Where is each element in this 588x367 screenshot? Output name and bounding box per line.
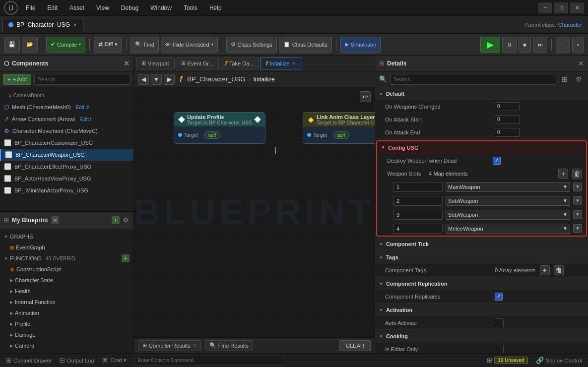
compile-button[interactable]: ✔ Compile ▾ (46, 37, 85, 53)
content-drawer-button[interactable]: ⊞ Content Drawer (6, 357, 52, 364)
functions-section-header[interactable]: ▼ FUNCTIONS 45 OVERRID + (0, 253, 133, 264)
details-grid-icon[interactable]: ⊞ (559, 74, 570, 85)
viewport-tab[interactable]: ⊞ Viewport (136, 58, 175, 69)
menu-asset[interactable]: Asset (67, 3, 86, 12)
close-button[interactable]: ✕ (570, 2, 584, 13)
slot-2-expand-button[interactable]: ▼ (573, 196, 582, 205)
mesh-edit-link[interactable]: Edit in (76, 105, 90, 110)
compiler-tab-close-icon[interactable]: ✕ (193, 343, 196, 348)
component-item-mesh[interactable]: ⬡ Mesh (CharacterMesh0) Edit in (0, 101, 133, 113)
slot-4-type-dropdown[interactable]: MeleeWeapon ▼ (446, 224, 570, 234)
weapon-slots-add-button[interactable]: + (558, 169, 568, 179)
save-button[interactable]: 💾 (4, 37, 20, 53)
parent-class-value[interactable]: Character (558, 22, 582, 28)
activation-header[interactable]: ▼ Activation (375, 304, 588, 316)
component-item-arrow[interactable]: ↗ Arrow Component (Arrow) Edit i (0, 113, 133, 125)
slot-4-expand-button[interactable]: ▼ (573, 224, 582, 233)
pause-button[interactable]: ⏸ (502, 37, 517, 53)
weapon-item[interactable]: ▶ Weapon (0, 351, 133, 353)
open-button[interactable]: 📂 (22, 37, 38, 53)
menu-debug[interactable]: Debug (119, 3, 140, 12)
hide-unrelated-button[interactable]: 👁 Hide Unrelated ▾ (161, 37, 217, 53)
arrow-edit-link[interactable]: Edit i (80, 117, 91, 122)
find-results-tab[interactable]: 🔍 Find Results (205, 340, 253, 351)
output-log-button[interactable]: ⊟ Output Log (60, 357, 94, 364)
blueprint-canvas[interactable]: BLUEPRINT Update Profile Target is BP Ch… (134, 87, 375, 337)
menu-file[interactable]: File (24, 3, 37, 12)
component-item-head-proxy[interactable]: ⬜ BP_ActorHeadViewProxy_USG (0, 173, 133, 184)
diff-button[interactable]: ⇄ Diff ▾ (94, 37, 122, 53)
stop-button[interactable]: ■ (519, 37, 531, 53)
take-damage-tab[interactable]: f Take Da... (220, 58, 260, 69)
component-item-minimap-proxy[interactable]: ⬜ BP_ MiniManActorProxy_USG (0, 184, 133, 196)
more-toolbar-button[interactable]: ⋯ (556, 37, 570, 53)
cmd-button[interactable]: ⌘ Cmd ▾ (102, 357, 126, 364)
event-graph-tab[interactable]: ⊞ Event Gr... (176, 58, 219, 69)
component-tick-header[interactable]: ▼ Component Tick (375, 238, 588, 250)
skip-button[interactable]: ⏭ (533, 37, 547, 53)
menu-view[interactable]: View (94, 3, 111, 12)
update-profile-node[interactable]: Update Profile Target is BP Character US… (174, 112, 265, 144)
component-tags-add-button[interactable]: + (540, 265, 550, 275)
play-button[interactable]: ▶ (480, 37, 500, 53)
minimize-button[interactable]: ─ (538, 2, 552, 13)
is-editor-only-checkbox[interactable] (495, 345, 504, 354)
simulation-button[interactable]: ▶ Simulation (340, 37, 381, 53)
class-settings-button[interactable]: ⚙ Class Settings (226, 37, 277, 53)
component-item-movement[interactable]: ⚙ Character Movement (CharMoveC) (0, 125, 133, 137)
config-usg-header[interactable]: ▼ Config USG (377, 141, 586, 154)
find-button[interactable]: 🔍 Find (131, 37, 159, 53)
my-blueprint-add-button[interactable]: + (112, 216, 120, 224)
on-weapons-changed-input[interactable] (495, 102, 520, 111)
component-search-input[interactable] (34, 74, 131, 85)
component-replication-header[interactable]: ▼ Component Replication (375, 277, 588, 290)
construction-script-item[interactable]: ⚙ ConstructionScript (0, 264, 133, 275)
breadcrumb-back-button[interactable]: ◀ (138, 74, 149, 85)
details-search-input[interactable] (390, 74, 556, 85)
slot-3-type-dropdown[interactable]: SubWeapon ▼ (446, 210, 570, 220)
slot-2-type-dropdown[interactable]: SubWeapon ▼ (446, 196, 570, 206)
component-tags-delete-button[interactable]: 🗑 (554, 265, 564, 275)
components-close-icon[interactable]: ✕ (124, 60, 130, 67)
details-settings-icon[interactable]: ⚙ (573, 74, 584, 85)
link-anim-node[interactable]: ◆ Link Anim Class Layers Target is BP Ch… (303, 112, 375, 144)
component-item-customizer[interactable]: ⬜ BP_CharacterrCustomizer_USG (0, 137, 133, 149)
component-item-weapon[interactable]: ⬜ BP_CharacterWeapon_USG (0, 149, 133, 161)
compiler-results-tab[interactable]: ⊞ Compiler Results ✕ (138, 340, 201, 351)
event-graph-item[interactable]: ⊞ EventGraph (0, 242, 133, 253)
breadcrumb-down-button[interactable]: ▼ (151, 74, 162, 85)
damage-item[interactable]: ▶ Damage (0, 329, 133, 340)
my-blueprint-settings-icon[interactable]: ⚙ (122, 216, 130, 224)
slot-1-expand-button[interactable]: ▼ (573, 183, 582, 191)
unsaved-badge[interactable]: ⊞ 19 Unsaved (487, 357, 527, 364)
camera-item[interactable]: ▶ Camera (0, 340, 133, 351)
add-component-button[interactable]: + + Add (3, 74, 31, 85)
menu-window[interactable]: Window (148, 3, 174, 12)
initailize-tab-close-icon[interactable]: ✕ (292, 61, 296, 66)
slot-1-key-input[interactable] (393, 182, 443, 192)
maximize-button[interactable]: □ (554, 2, 568, 13)
component-replicates-checkbox[interactable]: ✓ (495, 293, 503, 301)
console-command-input[interactable] (134, 356, 283, 366)
slot-4-key-input[interactable] (393, 224, 443, 234)
destroy-weapon-checkbox[interactable]: ✓ (493, 157, 501, 165)
menu-tools[interactable]: Tools (182, 3, 199, 12)
expand-toolbar-button[interactable]: » (572, 37, 584, 53)
component-item-effect-proxy[interactable]: ⬜ BP_CharacterEffectProxy_USG (0, 161, 133, 173)
on-attack-end-input[interactable] (495, 128, 520, 137)
slot-3-key-input[interactable] (393, 210, 443, 220)
tags-header[interactable]: ▼ Tags (375, 251, 588, 264)
menu-edit[interactable]: Edit (45, 3, 60, 12)
weapon-slots-delete-button[interactable]: 🗑 (572, 169, 582, 179)
animation-item[interactable]: ▶ Animation (0, 307, 133, 318)
character-state-item[interactable]: ▶ Character State (0, 275, 133, 286)
profile-item[interactable]: ▶ Profile (0, 318, 133, 329)
auto-activate-checkbox[interactable] (495, 318, 504, 327)
graphs-section-header[interactable]: ▼ GRAPHS (0, 231, 133, 242)
undo-button[interactable]: ↩ (360, 91, 371, 102)
my-blueprint-close-icon[interactable]: ✕ (51, 216, 59, 224)
slot-2-key-input[interactable] (393, 196, 443, 206)
slot-1-type-dropdown[interactable]: MainWeapon ▼ (446, 182, 570, 192)
on-attack-start-input[interactable] (495, 115, 520, 124)
class-defaults-button[interactable]: 📋 Class Defaults (279, 37, 332, 53)
